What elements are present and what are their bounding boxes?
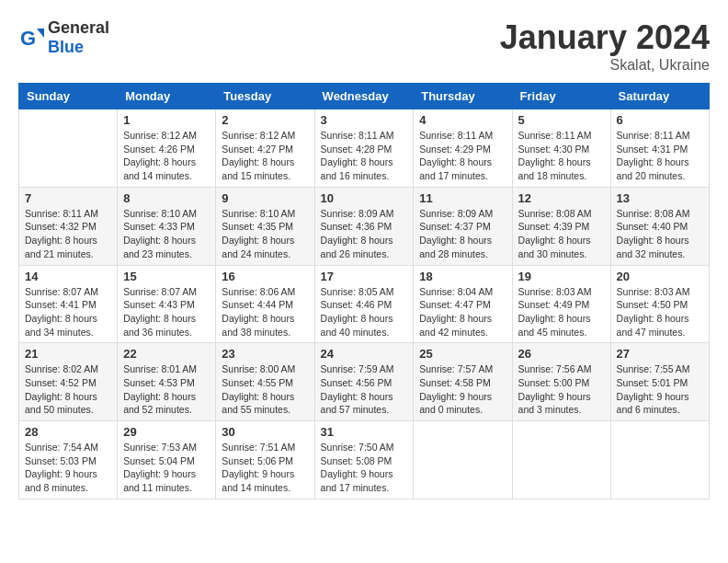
logo: G General Blue	[18, 18, 109, 57]
day-info: Sunrise: 8:11 AMSunset: 4:30 PMDaylight:…	[518, 129, 605, 183]
calendar-day-cell: 26Sunrise: 7:56 AMSunset: 5:00 PMDayligh…	[512, 343, 610, 421]
logo-general: General	[48, 18, 109, 37]
day-number: 24	[321, 347, 408, 361]
day-number: 29	[123, 425, 210, 439]
day-info: Sunrise: 8:12 AMSunset: 4:26 PMDaylight:…	[123, 129, 210, 183]
day-info: Sunrise: 8:11 AMSunset: 4:29 PMDaylight:…	[419, 129, 506, 183]
calendar-day-cell: 15Sunrise: 8:07 AMSunset: 4:43 PMDayligh…	[118, 265, 216, 343]
day-number: 16	[222, 270, 308, 283]
calendar-day-cell: 3Sunrise: 8:11 AMSunset: 4:28 PMDaylight…	[314, 109, 414, 188]
day-number: 8	[123, 191, 210, 205]
day-info: Sunrise: 8:10 AMSunset: 4:33 PMDaylight:…	[123, 207, 210, 261]
day-number: 9	[222, 191, 308, 205]
calendar-day-cell: 18Sunrise: 8:04 AMSunset: 4:47 PMDayligh…	[414, 265, 512, 343]
svg-text:G: G	[20, 27, 36, 50]
calendar-day-cell: 16Sunrise: 8:06 AMSunset: 4:44 PMDayligh…	[216, 265, 314, 343]
logo-icon: G	[18, 25, 44, 51]
day-number: 5	[518, 113, 605, 127]
calendar-day-cell: 21Sunrise: 8:02 AMSunset: 4:52 PMDayligh…	[19, 343, 118, 421]
day-of-week-header: Saturday	[610, 84, 709, 109]
day-number: 18	[419, 270, 506, 283]
day-number: 30	[222, 425, 308, 439]
day-info: Sunrise: 7:55 AMSunset: 5:01 PMDaylight:…	[617, 362, 703, 417]
calendar-day-cell: 22Sunrise: 8:01 AMSunset: 4:53 PMDayligh…	[118, 343, 216, 421]
calendar-day-cell: 30Sunrise: 7:51 AMSunset: 5:06 PMDayligh…	[216, 421, 314, 500]
day-info: Sunrise: 8:03 AMSunset: 4:49 PMDaylight:…	[518, 285, 605, 339]
day-number: 22	[123, 347, 210, 361]
calendar-day-cell: 23Sunrise: 8:00 AMSunset: 4:55 PMDayligh…	[216, 343, 314, 421]
calendar-week-row: 21Sunrise: 8:02 AMSunset: 4:52 PMDayligh…	[19, 343, 710, 421]
day-info: Sunrise: 7:50 AMSunset: 5:08 PMDaylight:…	[321, 441, 408, 495]
calendar-day-cell: 10Sunrise: 8:09 AMSunset: 4:36 PMDayligh…	[314, 187, 414, 265]
day-info: Sunrise: 8:09 AMSunset: 4:36 PMDaylight:…	[321, 207, 408, 261]
day-info: Sunrise: 8:05 AMSunset: 4:46 PMDaylight:…	[321, 285, 408, 339]
day-info: Sunrise: 8:09 AMSunset: 4:37 PMDaylight:…	[419, 207, 506, 261]
day-info: Sunrise: 8:02 AMSunset: 4:52 PMDaylight:…	[25, 362, 111, 417]
calendar-day-cell	[19, 109, 118, 188]
calendar-day-cell: 4Sunrise: 8:11 AMSunset: 4:29 PMDaylight…	[414, 109, 512, 188]
calendar-day-cell: 13Sunrise: 8:08 AMSunset: 4:40 PMDayligh…	[610, 187, 709, 265]
calendar-day-cell: 31Sunrise: 7:50 AMSunset: 5:08 PMDayligh…	[314, 421, 414, 500]
day-number: 25	[419, 347, 506, 361]
day-number: 6	[617, 113, 703, 127]
calendar-week-row: 14Sunrise: 8:07 AMSunset: 4:41 PMDayligh…	[19, 265, 710, 343]
day-number: 21	[25, 347, 111, 361]
day-info: Sunrise: 7:53 AMSunset: 5:04 PMDaylight:…	[123, 441, 210, 495]
day-info: Sunrise: 8:08 AMSunset: 4:39 PMDaylight:…	[518, 207, 605, 261]
day-info: Sunrise: 7:56 AMSunset: 5:00 PMDaylight:…	[518, 362, 605, 417]
calendar-day-cell: 12Sunrise: 8:08 AMSunset: 4:39 PMDayligh…	[512, 187, 610, 265]
day-info: Sunrise: 8:01 AMSunset: 4:53 PMDaylight:…	[123, 362, 210, 417]
calendar-day-cell: 17Sunrise: 8:05 AMSunset: 4:46 PMDayligh…	[314, 265, 414, 343]
calendar-day-cell: 19Sunrise: 8:03 AMSunset: 4:49 PMDayligh…	[512, 265, 610, 343]
day-number: 7	[25, 191, 111, 205]
calendar-day-cell: 11Sunrise: 8:09 AMSunset: 4:37 PMDayligh…	[414, 187, 512, 265]
day-number: 13	[617, 191, 703, 205]
day-number: 28	[25, 425, 111, 439]
day-of-week-header: Wednesday	[314, 84, 414, 109]
calendar-day-cell: 7Sunrise: 8:11 AMSunset: 4:32 PMDaylight…	[19, 187, 118, 265]
calendar-day-cell	[610, 421, 709, 500]
calendar-day-cell: 24Sunrise: 7:59 AMSunset: 4:56 PMDayligh…	[314, 343, 414, 421]
day-number: 14	[25, 270, 111, 283]
calendar-week-row: 28Sunrise: 7:54 AMSunset: 5:03 PMDayligh…	[19, 421, 710, 500]
calendar-day-cell: 27Sunrise: 7:55 AMSunset: 5:01 PMDayligh…	[610, 343, 709, 421]
calendar-day-cell: 9Sunrise: 8:10 AMSunset: 4:35 PMDaylight…	[216, 187, 314, 265]
month-year-title: January 2024	[500, 18, 710, 57]
calendar-table: SundayMondayTuesdayWednesdayThursdayFrid…	[18, 83, 710, 500]
calendar-day-cell	[414, 421, 512, 500]
day-info: Sunrise: 7:54 AMSunset: 5:03 PMDaylight:…	[25, 441, 111, 495]
day-number: 10	[321, 191, 408, 205]
day-info: Sunrise: 8:08 AMSunset: 4:40 PMDaylight:…	[617, 207, 703, 261]
day-number: 20	[617, 270, 703, 283]
day-info: Sunrise: 8:10 AMSunset: 4:35 PMDaylight:…	[222, 207, 308, 261]
day-number: 12	[518, 191, 605, 205]
calendar-day-cell: 20Sunrise: 8:03 AMSunset: 4:50 PMDayligh…	[610, 265, 709, 343]
day-info: Sunrise: 7:57 AMSunset: 4:58 PMDaylight:…	[419, 362, 506, 417]
day-info: Sunrise: 8:00 AMSunset: 4:55 PMDaylight:…	[222, 362, 308, 417]
day-of-week-header: Thursday	[414, 84, 512, 109]
day-number: 15	[123, 270, 210, 283]
day-info: Sunrise: 7:59 AMSunset: 4:56 PMDaylight:…	[321, 362, 408, 417]
day-info: Sunrise: 8:11 AMSunset: 4:28 PMDaylight:…	[321, 129, 408, 183]
calendar-day-cell: 14Sunrise: 8:07 AMSunset: 4:41 PMDayligh…	[19, 265, 118, 343]
logo-blue: Blue	[48, 38, 84, 56]
calendar-day-cell	[512, 421, 610, 500]
calendar-week-row: 1Sunrise: 8:12 AMSunset: 4:26 PMDaylight…	[19, 109, 710, 188]
day-info: Sunrise: 7:51 AMSunset: 5:06 PMDaylight:…	[222, 441, 308, 495]
day-info: Sunrise: 8:11 AMSunset: 4:32 PMDaylight:…	[25, 207, 111, 261]
calendar-day-cell: 29Sunrise: 7:53 AMSunset: 5:04 PMDayligh…	[118, 421, 216, 500]
title-area: January 2024 Skalat, Ukraine	[500, 18, 710, 74]
calendar-day-cell: 1Sunrise: 8:12 AMSunset: 4:26 PMDaylight…	[118, 109, 216, 188]
day-of-week-header: Sunday	[19, 84, 118, 109]
day-of-week-header: Friday	[512, 84, 610, 109]
day-info: Sunrise: 8:04 AMSunset: 4:47 PMDaylight:…	[419, 285, 506, 339]
day-number: 23	[222, 347, 308, 361]
calendar-header-row: SundayMondayTuesdayWednesdayThursdayFrid…	[19, 84, 710, 109]
calendar-day-cell: 5Sunrise: 8:11 AMSunset: 4:30 PMDaylight…	[512, 109, 610, 188]
day-number: 19	[518, 270, 605, 283]
day-info: Sunrise: 8:03 AMSunset: 4:50 PMDaylight:…	[617, 285, 703, 339]
calendar-week-row: 7Sunrise: 8:11 AMSunset: 4:32 PMDaylight…	[19, 187, 710, 265]
svg-marker-1	[37, 29, 44, 38]
day-number: 31	[321, 425, 408, 439]
day-number: 11	[419, 191, 506, 205]
